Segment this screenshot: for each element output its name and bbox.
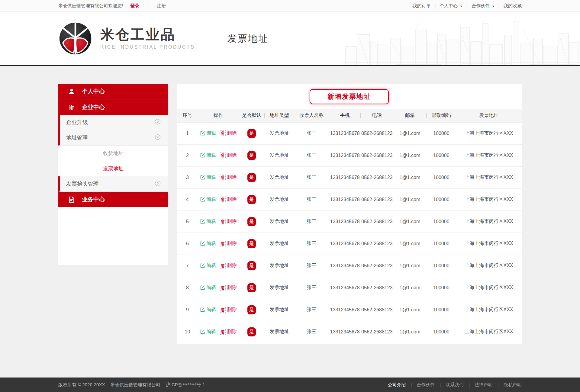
col-payee-name: 收票人名称 xyxy=(294,109,329,122)
sidebar-item-shipping-address[interactable]: 收货地址 xyxy=(58,146,168,161)
footer-company-name: 米仓供应链管理有限公司 xyxy=(111,382,160,387)
edit-icon xyxy=(200,307,205,312)
default-badge: 是 xyxy=(247,151,256,160)
sidebar-item-enterprise-center[interactable]: 企业中心 xyxy=(58,99,168,115)
edit-button[interactable]: 编辑 xyxy=(200,262,216,269)
cell-phone: 0562-2688123 xyxy=(361,166,393,188)
delete-button[interactable]: 删除 xyxy=(220,196,237,203)
cell-email: 1@1.com xyxy=(393,255,427,277)
logo-mark-icon xyxy=(58,21,92,56)
cell-phone: 0562-2688123 xyxy=(361,255,393,277)
add-invoice-address-button[interactable]: 新增发票地址 xyxy=(310,89,389,104)
table-body: 1 编辑 删除 是 发票地址 张三 13312345678 0562-26881… xyxy=(177,122,522,343)
delete-button[interactable]: 删除 xyxy=(220,307,237,313)
edit-button[interactable]: 编辑 xyxy=(200,240,216,247)
footer-link-contact-us[interactable]: 联系我们 xyxy=(446,382,464,388)
delete-button-label: 删除 xyxy=(227,196,237,203)
nav-my-orders[interactable]: 我的订单 xyxy=(412,3,430,9)
sidebar-item-label: 个人中心 xyxy=(82,88,105,95)
sidebar-item-personal-center[interactable]: 个人中心 xyxy=(58,84,168,99)
register-link[interactable]: 注册 xyxy=(157,3,166,9)
nav-personal-center[interactable]: 个人中心▼ xyxy=(440,3,462,9)
cell-is-default: 是 xyxy=(238,122,265,144)
cell-index: 7 xyxy=(177,255,198,277)
cell-payee-name: 张三 xyxy=(294,122,329,144)
sidebar-item-invoice-address[interactable]: 发票地址 xyxy=(58,161,168,176)
edit-button[interactable]: 编辑 xyxy=(200,174,216,181)
table-row: 10 编辑 删除 是 发票地址 张三 13312345678 0562-2688… xyxy=(177,321,522,343)
delete-button[interactable]: 删除 xyxy=(220,262,237,269)
sidebar-item-label: 企业中心 xyxy=(82,103,105,111)
footer-link-company-intro[interactable]: 公司介绍 xyxy=(388,382,406,388)
cell-zip: 100000 xyxy=(427,210,456,233)
cell-zip: 100000 xyxy=(427,321,456,343)
edit-button[interactable]: 编辑 xyxy=(200,307,216,313)
main-area: 个人中心 企业中心 企业升级 地址管理 收货地址 发票地址 发票抬头管 xyxy=(0,66,580,378)
cell-index: 4 xyxy=(177,188,198,210)
chevron-down-icon: ▼ xyxy=(460,5,462,8)
delete-button[interactable]: 删除 xyxy=(220,152,237,159)
cell-invoice-address: 上海上海市闵行区XXX xyxy=(456,210,522,233)
sidebar-item-address-management[interactable]: 地址管理 xyxy=(58,130,168,146)
sidebar: 个人中心 企业中心 企业升级 地址管理 收货地址 发票地址 发票抬头管 xyxy=(58,84,168,265)
cell-is-default: 是 xyxy=(238,233,265,255)
cell-phone: 0562-2688123 xyxy=(361,233,393,255)
edit-button[interactable]: 编辑 xyxy=(200,196,216,203)
cell-index: 6 xyxy=(177,233,198,255)
delete-button[interactable]: 删除 xyxy=(220,284,237,291)
nav-favorites[interactable]: 我的收藏 xyxy=(504,3,522,9)
logo[interactable]: 米仓工业品 RICE INDUSTRIAL PRODUCTS xyxy=(58,21,195,56)
edit-button[interactable]: 编辑 xyxy=(200,152,216,159)
delete-button[interactable]: 删除 xyxy=(220,130,237,137)
cell-address-type: 发票地址 xyxy=(265,299,294,321)
sidebar-item-label: 企业升级 xyxy=(66,119,88,126)
sidebar-item-invoice-title-management[interactable]: 发票抬头管理 xyxy=(58,176,168,192)
cell-mobile: 13312345678 xyxy=(329,321,361,343)
invoice-address-table: 序号 操作 是否默认 地址类型 收票人名称 手机 电话 邮箱 邮政编码 发票地址… xyxy=(177,109,522,343)
cell-is-default: 是 xyxy=(238,188,265,210)
edit-icon xyxy=(200,197,205,202)
cell-email: 1@1.com xyxy=(393,277,427,299)
edit-button[interactable]: 编辑 xyxy=(200,130,216,137)
table-header-row: 序号 操作 是否默认 地址类型 收票人名称 手机 电话 邮箱 邮政编码 发票地址 xyxy=(177,109,522,122)
footer-link-partners[interactable]: 合作伙伴 xyxy=(417,382,435,388)
edit-button[interactable]: 编辑 xyxy=(200,284,216,291)
sidebar-item-business-center[interactable]: 业务中心 xyxy=(58,192,168,207)
cell-zip: 100000 xyxy=(427,144,456,166)
sidebar-item-enterprise-upgrade[interactable]: 企业升级 xyxy=(58,115,168,130)
edit-icon xyxy=(200,285,205,290)
col-index: 序号 xyxy=(177,109,198,122)
cell-actions: 编辑 删除 xyxy=(198,166,239,188)
cell-index: 9 xyxy=(177,299,198,321)
table-row: 7 编辑 删除 是 发票地址 张三 13312345678 0562-26881… xyxy=(177,255,522,277)
delete-button[interactable]: 删除 xyxy=(220,174,237,181)
edit-button[interactable]: 编辑 xyxy=(200,329,216,335)
default-badge: 是 xyxy=(247,283,256,292)
nav-partners[interactable]: 合作伙伴▼ xyxy=(472,3,495,9)
cell-email: 1@1.com xyxy=(393,321,427,343)
divider: | xyxy=(469,382,470,387)
cell-phone: 0562-2688123 xyxy=(361,277,393,299)
cell-mobile: 13312345678 xyxy=(329,277,361,299)
logo-subtitle: RICE INDUSTRIAL PRODUCTS xyxy=(100,44,195,50)
edit-button-label: 编辑 xyxy=(207,218,216,225)
table-row: 6 编辑 删除 是 发票地址 张三 13312345678 0562-26881… xyxy=(177,233,522,255)
cell-address-type: 发票地址 xyxy=(265,277,294,299)
cell-actions: 编辑 删除 xyxy=(198,144,239,166)
edit-icon xyxy=(200,153,205,158)
trash-icon xyxy=(220,130,226,136)
content-panel: 新增发票地址 序号 操作 是否默认 地址类型 收票人名称 手机 电话 邮箱 邮政… xyxy=(177,84,522,344)
user-icon xyxy=(68,88,75,95)
footer-link-legal-notice[interactable]: 法律声明 xyxy=(475,382,493,388)
delete-button-label: 删除 xyxy=(227,174,237,181)
login-link[interactable]: 登录 xyxy=(130,3,139,9)
delete-button[interactable]: 删除 xyxy=(220,329,237,335)
delete-button-label: 删除 xyxy=(227,307,237,313)
footer-link-privacy[interactable]: 隐私声明 xyxy=(504,382,522,388)
default-badge: 是 xyxy=(247,261,256,270)
delete-button[interactable]: 删除 xyxy=(220,240,237,247)
cell-index: 10 xyxy=(177,321,198,343)
icp-number: 沪ICP备********号-1 xyxy=(166,382,205,387)
edit-button[interactable]: 编辑 xyxy=(200,218,216,225)
delete-button[interactable]: 删除 xyxy=(220,218,237,225)
